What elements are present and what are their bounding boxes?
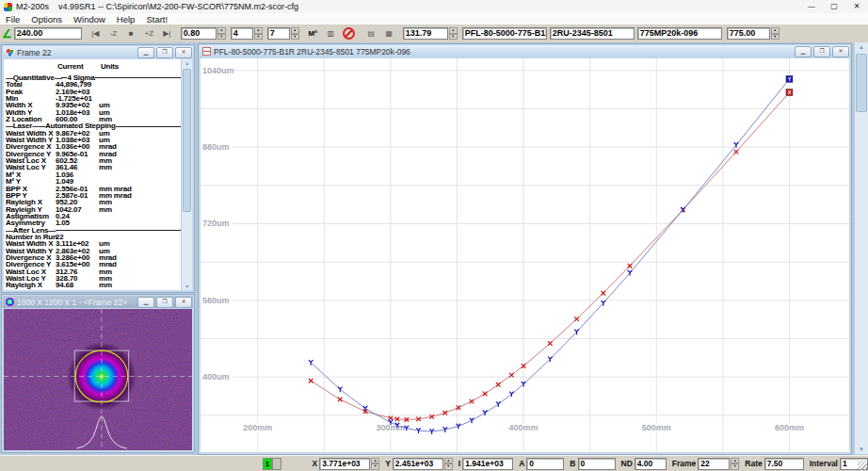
beam-window[interactable]: 1600 X 1200 X 1 - <Frame 22> ▁ ❐ ✕ [1,294,195,453]
x-tick-label: 500mm [642,423,671,432]
menu-file[interactable]: File [0,14,25,24]
data-marker-y[interactable] [483,411,488,416]
y-tick-label: 560um [202,296,229,305]
series-line-x [311,92,789,419]
exposure-spinner[interactable]: ▲▼ [217,27,226,40]
data-marker-y[interactable] [338,387,343,393]
results-minimize-button[interactable]: ▁ [137,47,154,58]
beam-restore-button[interactable]: ❐ [156,297,173,308]
results-window[interactable]: Frame 22 ▁ ❐ ✕ Current Units —Quantitati… [1,44,195,293]
data-marker-x[interactable] [602,291,606,296]
chart-close-button[interactable]: ✕ [832,46,849,57]
scroll-up-icon[interactable]: ▲ [855,44,868,50]
status-field-i[interactable]: 1.941e+03 [462,458,513,470]
minimize-button[interactable]: — [800,0,823,13]
exposure-input[interactable]: 0.80 [181,27,217,40]
status-spinner-x[interactable]: ▲▼ [371,458,379,470]
gain-spinner[interactable]: ▲▼ [291,27,299,40]
table-row: Total44,896,799 [6,81,192,88]
beam-close-button[interactable]: ✕ [175,297,192,308]
results-close-button[interactable]: ✕ [175,47,192,58]
stage-home-button[interactable]: |◀ [88,26,104,41]
status-field-a[interactable]: 0 [526,458,564,470]
status-field-b[interactable]: 0 [578,458,616,470]
trigger-level-input[interactable]: 240.00 [14,27,82,40]
mdi-scroll-thumb[interactable] [856,54,867,112]
wavelength-spinner[interactable]: ▲▼ [771,27,780,40]
stage-minus-z-button[interactable]: -Z [105,26,121,41]
data-marker-x[interactable] [483,392,488,397]
serial1-input[interactable]: PFL-80-5000-775-B1R [462,27,547,40]
stage-end-button[interactable]: ▶| [159,26,175,41]
aperture-icon[interactable]: ▥ [323,26,339,41]
menu-options[interactable]: Options [25,14,68,24]
results-window-icon [6,48,14,57]
data-marker-x[interactable] [309,379,313,383]
chart-window[interactable]: PFL-80-5000-775-B1R 2RU-2345-8501 775MP2… [198,43,852,455]
stage-stop-button[interactable]: ■ [123,26,139,41]
data-marker-x[interactable] [548,341,553,346]
m2-run-button[interactable]: M² [305,26,321,41]
app-icon [4,3,12,11]
scroll-down-icon[interactable]: ▼ [182,284,192,289]
status-field-x[interactable]: 3.771e+03 [319,458,370,470]
data-marker-x[interactable] [470,399,474,404]
table-row: M² X1.036 [6,171,192,178]
averaging-input[interactable]: 4 [231,27,253,40]
menu-start[interactable]: Start! [140,14,173,24]
data-marker-x[interactable] [734,150,739,154]
chart-window-titlebar[interactable]: PFL-80-5000-775-B1R 2RU-2345-8501 775MP2… [200,45,850,57]
status-label-interval: Interval [810,459,838,468]
close-button[interactable]: ✕ [845,0,868,13]
data-marker-x[interactable] [338,398,343,402]
status-field-nd[interactable]: 4.00 [635,458,667,470]
beam-window-icon [6,298,14,306]
data-marker-y[interactable] [496,401,501,407]
scroll-down-icon[interactable]: ▼ [855,447,868,452]
results-window-titlebar[interactable]: Frame 22 ▁ ❐ ✕ [3,46,193,58]
beam-minimize-button[interactable]: ▁ [137,297,154,308]
data-marker-y[interactable] [470,418,474,424]
status-label-rate: Rate [745,459,762,468]
scroll-up-icon[interactable]: ▲ [182,60,192,66]
status-spinner-y[interactable]: ▲▼ [444,458,453,470]
status-spinner-frame[interactable]: ▲▼ [731,458,739,470]
y-tick-label: 1040um [202,66,233,75]
y-tick-label: 720um [202,219,229,228]
status-label-nd: ND [621,459,633,468]
status-field-rate[interactable]: 7.50 [764,458,804,470]
table-row: Rayleigh Y79.20mm [6,289,192,290]
averaging-spinner[interactable]: ▲▼ [254,27,263,40]
print-button[interactable]: ▤ [363,26,379,41]
stage-plus-z-button[interactable]: +Z [141,26,157,41]
results-scrollbar[interactable]: ▲ ▼ [181,59,192,290]
abort-button[interactable] [341,26,357,41]
data-marker-x[interactable] [496,382,501,387]
lens-focal-input[interactable]: 131.79 [403,27,448,40]
status-field-frame[interactable]: 22 [698,458,730,470]
results-scroll-thumb[interactable] [183,69,191,212]
run-indicator: 1 [263,458,272,470]
beam-window-titlebar[interactable]: 1600 X 1200 X 1 - <Frame 22> ▁ ❐ ✕ [3,296,193,308]
mdi-scrollbar[interactable]: ▲ ▼ [854,42,868,454]
status-label-a: A [519,459,524,468]
results-restore-button[interactable]: ❐ [156,47,173,58]
gain-input[interactable]: 7 [267,27,290,40]
menu-help[interactable]: Help [111,14,141,24]
serial2-input[interactable]: 2RU-2345-8501 [550,27,635,40]
menu-window[interactable]: Window [68,14,111,24]
wavelength-input[interactable]: 775.00 [727,27,770,40]
y-tick-label: 400um [202,372,229,382]
data-marker-y[interactable] [509,392,514,398]
status-field-y[interactable]: 2.451e+03 [393,458,443,470]
report-button[interactable]: ▦ [381,26,397,41]
maximize-button[interactable]: ▢ [823,0,845,13]
data-marker-x[interactable] [574,317,579,321]
data-marker-x[interactable] [628,264,633,268]
x-tick-label: 200mm [243,423,272,432]
chart-restore-button[interactable]: ❐ [813,46,830,57]
lens-focal-spinner[interactable]: ▲▼ [449,27,458,40]
serial3-input[interactable]: 775MP20k-096 [637,27,722,40]
resize-grip[interactable] [858,461,867,470]
chart-minimize-button[interactable]: ▁ [795,46,812,57]
